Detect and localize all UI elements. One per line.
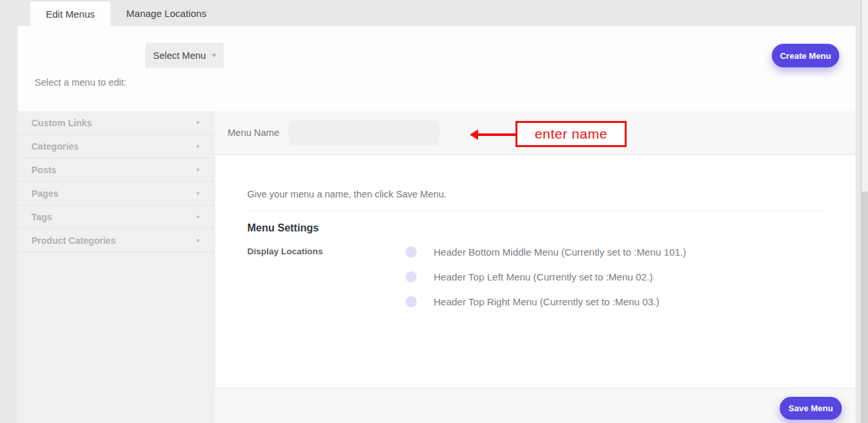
menu-editor-panel: Menu Name enter name Give your menu a na…	[215, 111, 856, 423]
display-locations-list: Header Bottom Middle Menu (Currently set…	[406, 239, 686, 314]
section-divider	[247, 211, 823, 211]
menus-admin-page: Edit Menus Manage Locations Select a men…	[18, 0, 856, 423]
sidebar-item-label: Product Categories	[31, 235, 116, 246]
intro-text: Give your menu a name, then click Save M…	[247, 189, 447, 199]
menu-name-row: Menu Name enter name	[215, 111, 856, 155]
location-checkbox[interactable]	[406, 246, 417, 258]
scrollbar-thumb[interactable]	[861, 192, 868, 423]
tab-edit-menus-label: Edit Menus	[46, 8, 95, 20]
tab-manage-locations-label: Manage Locations	[126, 8, 207, 19]
menu-settings-heading: Menu Settings	[247, 222, 319, 234]
location-row: Header Top Right Menu (Currently set to …	[406, 289, 686, 314]
annotation-box: enter name	[515, 121, 627, 147]
save-menu-button[interactable]: Save Menu	[780, 397, 842, 420]
sidebar-item-categories[interactable]: Categories ▾	[18, 135, 215, 158]
chevron-down-icon: ▾	[196, 120, 200, 126]
location-row: Header Top Left Menu (Currently set to :…	[406, 264, 686, 289]
sidebar-item-posts[interactable]: Posts ▾	[18, 158, 215, 182]
chevron-down-icon: ▾	[196, 167, 200, 173]
location-checkbox[interactable]	[406, 296, 417, 307]
sidebar-item-custom-links[interactable]: Custom Links ▾	[18, 111, 215, 135]
create-menu-button[interactable]: Create Menu	[772, 44, 839, 67]
sidebar-item-label: Tags	[31, 212, 52, 222]
sidebar-item-label: Categories	[31, 141, 78, 152]
menu-items-sidebar: Custom Links ▾ Categories ▾ Posts ▾ Page…	[18, 111, 215, 423]
tab-edit-menus[interactable]: Edit Menus	[30, 1, 111, 26]
chevron-down-icon: ▾	[212, 52, 216, 59]
display-locations-label: Display Locations	[247, 246, 323, 256]
chevron-down-icon: ▾	[196, 190, 200, 197]
menu-select-value: Select Menu	[153, 50, 206, 61]
sidebar-item-pages[interactable]: Pages ▾	[18, 182, 215, 205]
sidebar-item-label: Posts	[31, 165, 56, 175]
location-label: Header Top Left Menu (Currently set to :…	[434, 271, 653, 282]
tab-manage-locations[interactable]: Manage Locations	[124, 0, 209, 26]
chevron-down-icon: ▾	[196, 143, 200, 150]
location-label: Header Bottom Middle Menu (Currently set…	[434, 246, 686, 258]
select-menu-label: Select a menu to edit:	[35, 77, 126, 88]
sidebar-item-label: Custom Links	[31, 118, 92, 128]
chevron-down-icon: ▾	[196, 237, 200, 244]
menu-name-label: Menu Name	[228, 127, 279, 138]
chevron-down-icon: ▾	[196, 214, 200, 220]
page-scrollbar[interactable]	[861, 0, 868, 423]
sidebar-item-tags[interactable]: Tags ▾	[18, 205, 215, 229]
menu-name-input[interactable]	[288, 120, 440, 145]
annotation-text: enter name	[534, 126, 607, 142]
location-label: Header Top Right Menu (Currently set to …	[434, 296, 659, 307]
sidebar-item-label: Pages	[31, 188, 58, 199]
annotation-arrow-line	[477, 133, 516, 136]
menu-header-panel: Select a menu to edit: Select Menu ▾ Cre…	[18, 26, 856, 111]
location-checkbox[interactable]	[406, 271, 417, 282]
sidebar-item-product-categories[interactable]: Product Categories ▾	[18, 229, 215, 252]
menu-select-dropdown[interactable]: Select Menu ▾	[145, 42, 224, 68]
editor-footer: Save Menu	[215, 388, 856, 423]
tab-bar: Edit Menus Manage Locations	[18, 0, 856, 26]
location-row: Header Bottom Middle Menu (Currently set…	[406, 239, 686, 264]
